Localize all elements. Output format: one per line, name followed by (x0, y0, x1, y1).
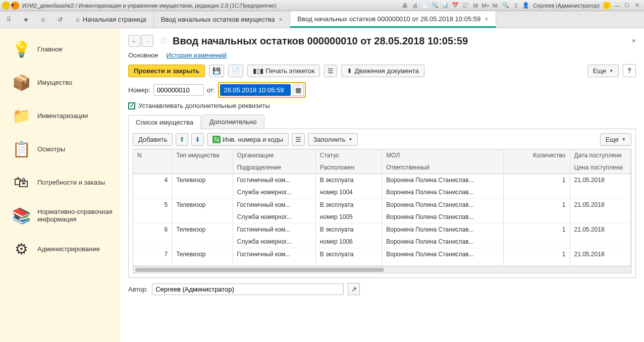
list-icon-button[interactable]: ☰ (292, 133, 305, 146)
sidebar-item-admin[interactable]: ⚙ Администрирование (0, 232, 120, 265)
table-row-sub[interactable]: Служба номерног...номер 1005Воронина Пол… (133, 211, 631, 223)
document-moves-button[interactable]: ⬍Движения документа (341, 65, 424, 77)
col-date[interactable]: Дата поступлени (570, 149, 631, 161)
inner-tab-history[interactable]: История изменений (167, 51, 227, 59)
toolbar-icon[interactable]: 📊 (441, 2, 449, 10)
inner-tabs: Основное История изменений (128, 51, 636, 59)
col-resp[interactable]: Ответственный (382, 161, 504, 174)
tab-label: Ввод начальных остатков имущества (161, 16, 275, 23)
help-button[interactable]: ? (623, 64, 636, 77)
toolbar-icon[interactable]: 🖨 (411, 2, 419, 10)
favorite-star-icon[interactable]: ☆ (158, 34, 169, 47)
print-labels-button[interactable]: ▮▯▮Печать этикеток (247, 65, 320, 77)
tab-close-icon[interactable]: × (279, 16, 283, 23)
window-title: ИУИ2_демобаза№2 / Инвентаризация и управ… (22, 3, 277, 9)
toolbar-icon[interactable]: 🖶 (401, 2, 409, 10)
maximize-icon[interactable]: ☐ (623, 2, 631, 10)
user-icon: 👤 (522, 2, 530, 10)
m-plus-icon[interactable]: M+ (481, 2, 490, 10)
tab-label: Ввод начальных остатков 000000010 от 28.… (297, 15, 480, 23)
horizontal-scrollbar[interactable] (133, 266, 631, 273)
apps-icon[interactable]: ⠿ (0, 11, 17, 28)
close-icon[interactable]: ✕ (633, 2, 641, 10)
m-minus-icon[interactable]: M- (492, 2, 500, 10)
number-label: Номер: (128, 86, 150, 94)
info-icon[interactable]: i (603, 2, 611, 10)
inv-codes-button[interactable]: NИнв. номера и коды (207, 133, 288, 146)
sidebar-item-label: Имущество (37, 79, 72, 86)
open-author-button[interactable]: ↗ (348, 283, 360, 295)
col-div[interactable]: Подразделение (233, 161, 315, 174)
sidebar-item-main[interactable]: 💡 Главное (0, 32, 120, 66)
table-more-button[interactable]: Еще▼ (600, 133, 631, 146)
table-row[interactable]: 6ТелевизорГостиничный ком...В эксплуатаВ… (133, 223, 631, 236)
post-button[interactable]: 📄 (228, 65, 243, 77)
checkbox-label: Устанавливать дополнительные реквизиты (138, 102, 270, 109)
sidebar-item-label: Инвентаризации (37, 112, 88, 120)
table-row-sub[interactable] (133, 260, 631, 266)
move-down-button[interactable]: ⬇ (191, 133, 204, 146)
m-icon[interactable]: M (471, 2, 479, 10)
fill-button[interactable]: Заполнить▼ (308, 133, 358, 146)
minimize-icon[interactable]: — (613, 2, 621, 10)
more-button[interactable]: Еще▼ (587, 65, 619, 77)
col-qty[interactable]: Количество (504, 149, 570, 161)
current-user[interactable]: Сергеев (Администратор) (533, 3, 600, 9)
inner-tab-main[interactable]: Основное (128, 51, 158, 59)
panel-icon[interactable]: ▯ (512, 2, 520, 10)
home-icon: ⌂ (76, 16, 80, 23)
sidebar-item-inspections[interactable]: 📋 Осмотры (0, 132, 120, 165)
subtab-extra[interactable]: Дополнительно (202, 115, 264, 129)
move-up-button[interactable]: ⬆ (176, 133, 188, 146)
forward-button[interactable]: → (141, 35, 153, 47)
col-loc[interactable]: Расположен (315, 161, 382, 174)
post-and-close-button[interactable]: Провести и закрыть (128, 65, 205, 77)
history-icon[interactable]: ↺ (51, 11, 69, 28)
toolbar-icon[interactable]: 📄 (421, 2, 429, 10)
bag-icon: 🛍 (9, 170, 33, 194)
add-row-button[interactable]: Добавить (133, 133, 173, 146)
moves-icon: ⬍ (347, 67, 352, 75)
table-row-sub[interactable]: Служба номерног...номер 1006Воронина Пол… (133, 236, 631, 248)
dropdown-icon[interactable]: ▾ (11, 2, 19, 10)
table-row[interactable]: 7ТелевизорГостиничный ком...В эксплуатаВ… (133, 248, 631, 261)
subtab-list[interactable]: Список имущества (128, 115, 201, 129)
author-input[interactable] (152, 283, 344, 295)
sidebar-item-orders[interactable]: 🛍 Потребности и заказы (0, 165, 120, 199)
col-org[interactable]: Организация (233, 149, 315, 161)
col-mol[interactable]: МОЛ (382, 149, 504, 161)
save-button[interactable]: 💾 (209, 65, 224, 77)
favorite-icon[interactable]: ★ (17, 11, 34, 28)
tab-doc2[interactable]: Ввод начальных остатков 000000010 от 28.… (290, 11, 496, 28)
date-input[interactable] (220, 84, 291, 96)
list-button[interactable]: ☰ (324, 65, 337, 77)
col-type[interactable]: Тип имущества (172, 149, 233, 161)
close-form-icon[interactable]: × (632, 37, 636, 45)
sidebar-item-property[interactable]: 📦 Имущество (0, 66, 120, 99)
tab-home[interactable]: ⌂ Начальная страница (69, 11, 154, 28)
calendar-icon[interactable]: 📅 (451, 2, 459, 10)
tab-doc1[interactable]: Ввод начальных остатков имущества × (154, 11, 290, 28)
sidebar-item-reference[interactable]: 📚 Нормативно-справочная информация (0, 199, 120, 232)
set-extra-checkbox[interactable]: ✓ (128, 102, 135, 109)
toolbar-icon[interactable]: 🔍 (431, 2, 439, 10)
table-row[interactable]: 5ТелевизорГостиничный ком...В эксплуатаВ… (133, 199, 631, 211)
tab-close-icon[interactable]: × (485, 15, 489, 23)
table-row[interactable]: 4ТелевизорГостиничный ком...В эксплуатаВ… (133, 174, 631, 187)
sidebar-item-inventory[interactable]: 📁 Инвентаризации (0, 99, 120, 132)
number-input[interactable] (153, 84, 204, 96)
zoom-icon[interactable]: 🔍 (502, 2, 510, 10)
back-button[interactable]: ← (128, 35, 140, 47)
col-price[interactable]: Цена поступлени (570, 161, 631, 174)
pin-icon[interactable]: ⎋ (34, 11, 51, 28)
calendar-button[interactable]: ▦ (293, 85, 304, 96)
toolbar-icon[interactable]: 📰 (461, 2, 469, 10)
boxes-icon: 📦 (9, 70, 33, 94)
table-row-sub[interactable]: Служба номерног...номер 1004Воронина Пол… (133, 186, 631, 199)
app-tabbar: ⠿ ★ ⎋ ↺ ⌂ Начальная страница Ввод началь… (0, 11, 644, 28)
folder-icon: 📁 (9, 103, 33, 128)
sidebar-item-label: Главное (37, 45, 63, 53)
col-n[interactable]: N (133, 149, 172, 161)
col-status[interactable]: Статус (315, 149, 382, 161)
gear-icon: ⚙ (9, 237, 33, 261)
